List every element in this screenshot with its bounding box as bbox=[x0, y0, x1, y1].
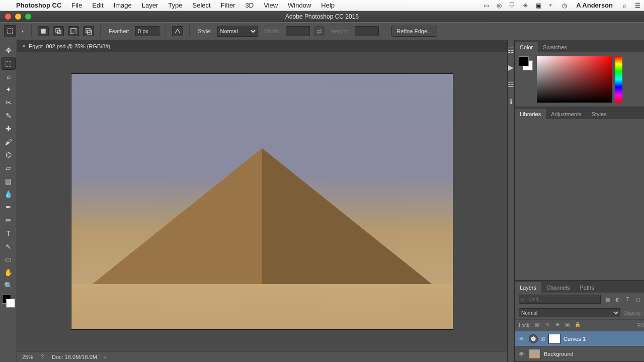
path-select-tool[interactable]: ↖ bbox=[2, 240, 15, 252]
chevron-down-icon[interactable]: ▾ bbox=[20, 29, 25, 34]
layer-row[interactable]: 👁 Background 🔒 bbox=[515, 346, 644, 361]
cc-icon[interactable]: ◎ bbox=[493, 2, 506, 9]
marquee-tool[interactable]: ⬚ bbox=[2, 57, 15, 69]
add-selection-button[interactable] bbox=[53, 26, 64, 36]
mask-link-icon[interactable]: ⛓ bbox=[541, 336, 545, 341]
tab-layers[interactable]: Layers bbox=[515, 282, 541, 293]
lock-brush-icon[interactable]: ✎ bbox=[544, 322, 551, 329]
wifi-icon[interactable]: ᯤ bbox=[545, 2, 558, 9]
app-name-menu[interactable]: Photoshop CC bbox=[11, 2, 66, 9]
layer-row[interactable]: 👁 ⛓ Curves 1 bbox=[515, 331, 644, 346]
clock-icon[interactable]: ◷ bbox=[558, 2, 571, 9]
visibility-toggle-icon[interactable]: 👁 bbox=[519, 351, 526, 357]
menu-window[interactable]: Window bbox=[283, 2, 316, 9]
zoom-tool[interactable]: 🔍 bbox=[2, 280, 15, 292]
layer-filter-input[interactable] bbox=[519, 295, 601, 304]
fg-bg-swatches[interactable] bbox=[0, 295, 17, 311]
actions-dock-icon[interactable]: ▶ bbox=[508, 63, 514, 71]
lock-pixels-icon[interactable]: ▦ bbox=[534, 322, 541, 329]
filter-type-icon[interactable]: T bbox=[624, 296, 631, 303]
lock-position-icon[interactable]: ✥ bbox=[554, 322, 561, 329]
layer-name[interactable]: Background bbox=[544, 351, 574, 357]
fg-color-swatch[interactable] bbox=[519, 56, 529, 66]
tab-styles[interactable]: Styles bbox=[587, 109, 612, 119]
sync-icon[interactable]: ✳ bbox=[519, 2, 532, 9]
shape-tool[interactable]: ▭ bbox=[2, 253, 15, 265]
tab-libraries[interactable]: Libraries bbox=[515, 109, 546, 119]
lock-artboard-icon[interactable]: ▣ bbox=[564, 322, 571, 329]
menu-filter[interactable]: Filter bbox=[216, 2, 240, 9]
tab-swatches[interactable]: Swatches bbox=[538, 42, 572, 52]
menu-edit[interactable]: Edit bbox=[87, 2, 108, 9]
eraser-tool[interactable]: ▱ bbox=[2, 162, 15, 174]
doc-info[interactable]: Doc: 18.0M/18.0M bbox=[52, 354, 97, 360]
spotlight-search-icon[interactable]: ⌕ bbox=[618, 2, 631, 9]
tab-color[interactable]: Color bbox=[515, 42, 538, 52]
window-minimize-button[interactable] bbox=[15, 14, 21, 20]
heal-tool[interactable]: ✚ bbox=[2, 123, 15, 135]
layer-name[interactable]: Curves 1 bbox=[564, 336, 586, 342]
layer-thumb-image[interactable] bbox=[529, 349, 541, 359]
refine-edge-button[interactable]: Refine Edge... bbox=[391, 26, 438, 37]
eyedropper-tool[interactable]: ✎ bbox=[2, 110, 15, 122]
blend-mode-select[interactable]: Normal bbox=[519, 308, 620, 317]
hand-tool[interactable]: ✋ bbox=[2, 266, 15, 279]
chevron-right-icon[interactable]: › bbox=[104, 354, 106, 360]
lock-all-icon[interactable]: 🔒 bbox=[574, 322, 581, 329]
airplay-icon[interactable]: ▣ bbox=[532, 2, 545, 9]
tab-paths[interactable]: Paths bbox=[575, 282, 599, 293]
layer-mask-thumb[interactable] bbox=[548, 334, 560, 344]
type-tool[interactable]: T bbox=[2, 227, 15, 239]
move-tool[interactable]: ✥ bbox=[2, 44, 15, 56]
subtract-selection-button[interactable] bbox=[68, 26, 79, 36]
properties-dock-icon[interactable]: ☲ bbox=[508, 80, 514, 88]
filter-adjust-icon[interactable]: ◐ bbox=[614, 296, 621, 303]
menu-view[interactable]: View bbox=[259, 2, 283, 9]
window-close-button[interactable] bbox=[5, 14, 11, 20]
stamp-tool[interactable]: ⌬ bbox=[2, 149, 15, 161]
info-dock-icon[interactable]: ℹ bbox=[510, 98, 512, 106]
menu-image[interactable]: Image bbox=[109, 2, 137, 9]
menu-layer[interactable]: Layer bbox=[137, 2, 164, 9]
brush-tool[interactable]: 🖌 bbox=[2, 136, 15, 148]
menu-file[interactable]: File bbox=[66, 2, 87, 9]
blur-tool[interactable]: 💧 bbox=[2, 188, 15, 200]
pencil-tool[interactable]: ✏ bbox=[2, 214, 15, 226]
tab-adjustments[interactable]: Adjustments bbox=[546, 109, 587, 119]
style-select[interactable]: Normal bbox=[217, 26, 258, 37]
color-field[interactable] bbox=[537, 56, 612, 103]
gradient-tool[interactable]: ▤ bbox=[2, 175, 15, 187]
menu-select[interactable]: Select bbox=[187, 2, 215, 9]
wand-tool[interactable]: ✦ bbox=[2, 83, 15, 96]
filter-image-icon[interactable]: ▦ bbox=[604, 296, 611, 303]
tab-channels[interactable]: Channels bbox=[541, 282, 575, 293]
canvas-area[interactable] bbox=[17, 52, 507, 351]
menu-3d[interactable]: 3D bbox=[240, 2, 259, 9]
feather-input[interactable] bbox=[135, 26, 159, 36]
pen-tool[interactable]: ✒ bbox=[2, 201, 15, 213]
display-icon[interactable]: ▭ bbox=[479, 2, 493, 9]
background-swatch[interactable] bbox=[6, 299, 15, 308]
lasso-tool[interactable]: ⌕ bbox=[2, 70, 15, 82]
layer-thumb-adjustment[interactable] bbox=[529, 334, 538, 343]
antialias-toggle[interactable] bbox=[172, 26, 183, 36]
new-selection-button[interactable] bbox=[38, 26, 49, 36]
intersect-selection-button[interactable] bbox=[83, 26, 94, 36]
document-tab[interactable]: × Egypt_002.psd @ 25% (RGB/8#) bbox=[17, 40, 507, 52]
export-icon[interactable]: ⇪ bbox=[40, 353, 45, 360]
notification-list-icon[interactable]: ☰ bbox=[631, 2, 644, 9]
close-tab-icon[interactable]: × bbox=[22, 43, 26, 50]
user-menu[interactable]: A Anderson bbox=[571, 2, 618, 9]
zoom-level[interactable]: 25% bbox=[22, 354, 33, 360]
tool-preset-picker[interactable] bbox=[4, 25, 16, 37]
crop-tool[interactable]: ✂ bbox=[2, 97, 15, 109]
menu-type[interactable]: Type bbox=[163, 2, 187, 9]
visibility-toggle-icon[interactable]: 👁 bbox=[519, 336, 526, 342]
window-zoom-button[interactable] bbox=[25, 14, 31, 20]
color-fgbg[interactable] bbox=[519, 56, 534, 71]
hue-slider[interactable] bbox=[615, 56, 622, 103]
filter-shape-icon[interactable]: ▢ bbox=[634, 296, 641, 303]
menu-help[interactable]: Help bbox=[316, 2, 340, 9]
shield-icon[interactable]: ⛉ bbox=[506, 2, 519, 9]
history-dock-icon[interactable]: ☷ bbox=[508, 46, 514, 54]
